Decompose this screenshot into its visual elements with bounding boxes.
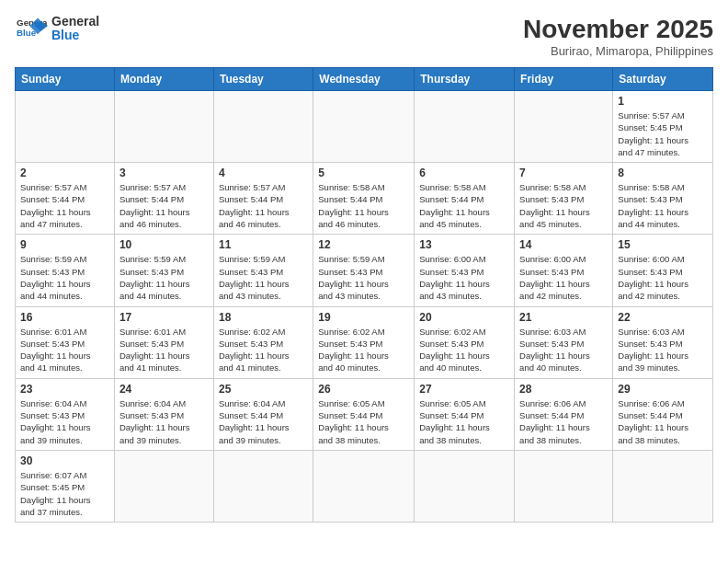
calendar-cell: 20Sunrise: 6:02 AM Sunset: 5:43 PM Dayli… bbox=[415, 306, 515, 378]
calendar-cell: 8Sunrise: 5:58 AM Sunset: 5:43 PM Daylig… bbox=[613, 163, 713, 235]
header: General Blue General Blue November 2025 … bbox=[15, 15, 713, 58]
day-info: Sunrise: 6:06 AM Sunset: 5:44 PM Dayligh… bbox=[519, 397, 608, 446]
calendar-cell: 29Sunrise: 6:06 AM Sunset: 5:44 PM Dayli… bbox=[613, 378, 713, 450]
calendar-cell: 12Sunrise: 5:59 AM Sunset: 5:43 PM Dayli… bbox=[313, 235, 415, 306]
week-row-5: 23Sunrise: 6:04 AM Sunset: 5:43 PM Dayli… bbox=[16, 378, 713, 450]
calendar-cell: 30Sunrise: 6:07 AM Sunset: 5:45 PM Dayli… bbox=[16, 450, 115, 522]
weekday-header-friday: Friday bbox=[515, 68, 613, 91]
calendar-cell: 22Sunrise: 6:03 AM Sunset: 5:43 PM Dayli… bbox=[613, 306, 713, 378]
calendar-cell: 14Sunrise: 6:00 AM Sunset: 5:43 PM Dayli… bbox=[515, 235, 613, 306]
day-info: Sunrise: 6:04 AM Sunset: 5:43 PM Dayligh… bbox=[20, 397, 109, 446]
day-info: Sunrise: 5:59 AM Sunset: 5:43 PM Dayligh… bbox=[119, 253, 209, 302]
calendar-cell: 9Sunrise: 5:59 AM Sunset: 5:43 PM Daylig… bbox=[16, 235, 115, 306]
day-info: Sunrise: 6:06 AM Sunset: 5:44 PM Dayligh… bbox=[618, 397, 708, 446]
calendar-cell: 26Sunrise: 6:05 AM Sunset: 5:44 PM Dayli… bbox=[313, 378, 415, 450]
day-info: Sunrise: 6:01 AM Sunset: 5:43 PM Dayligh… bbox=[119, 326, 209, 374]
calendar-cell: 15Sunrise: 6:00 AM Sunset: 5:43 PM Dayli… bbox=[613, 235, 713, 306]
day-number: 26 bbox=[318, 383, 409, 396]
day-info: Sunrise: 5:57 AM Sunset: 5:44 PM Dayligh… bbox=[119, 181, 209, 230]
day-number: 12 bbox=[318, 238, 409, 251]
day-number: 29 bbox=[618, 383, 708, 396]
week-row-2: 2Sunrise: 5:57 AM Sunset: 5:44 PM Daylig… bbox=[16, 163, 713, 235]
day-number: 18 bbox=[219, 311, 308, 324]
weekday-header-monday: Monday bbox=[114, 68, 213, 91]
day-info: Sunrise: 6:00 AM Sunset: 5:43 PM Dayligh… bbox=[519, 253, 608, 302]
weekday-header-wednesday: Wednesday bbox=[313, 68, 415, 91]
day-number: 1 bbox=[618, 95, 708, 108]
calendar-cell: 17Sunrise: 6:01 AM Sunset: 5:43 PM Dayli… bbox=[114, 306, 213, 378]
calendar-cell: 6Sunrise: 5:58 AM Sunset: 5:44 PM Daylig… bbox=[415, 163, 515, 235]
day-info: Sunrise: 6:02 AM Sunset: 5:43 PM Dayligh… bbox=[419, 326, 509, 374]
location-subtitle: Burirao, Mimaropa, Philippines bbox=[523, 44, 713, 58]
calendar-cell: 18Sunrise: 6:02 AM Sunset: 5:43 PM Dayli… bbox=[213, 306, 313, 378]
calendar-cell bbox=[415, 91, 515, 163]
day-info: Sunrise: 6:02 AM Sunset: 5:43 PM Dayligh… bbox=[318, 326, 409, 374]
weekday-header-saturday: Saturday bbox=[613, 68, 713, 91]
day-info: Sunrise: 5:58 AM Sunset: 5:43 PM Dayligh… bbox=[618, 181, 708, 230]
day-info: Sunrise: 5:57 AM Sunset: 5:44 PM Dayligh… bbox=[20, 181, 109, 230]
calendar-cell: 1Sunrise: 5:57 AM Sunset: 5:45 PM Daylig… bbox=[613, 91, 713, 163]
logo-general-text: General bbox=[51, 15, 99, 29]
day-info: Sunrise: 5:58 AM Sunset: 5:43 PM Dayligh… bbox=[519, 181, 608, 230]
calendar-cell: 23Sunrise: 6:04 AM Sunset: 5:43 PM Dayli… bbox=[16, 378, 115, 450]
calendar-cell bbox=[515, 91, 613, 163]
week-row-3: 9Sunrise: 5:59 AM Sunset: 5:43 PM Daylig… bbox=[16, 235, 713, 306]
calendar-cell: 27Sunrise: 6:05 AM Sunset: 5:44 PM Dayli… bbox=[415, 378, 515, 450]
day-number: 7 bbox=[519, 167, 608, 179]
logo-blue-text: Blue bbox=[51, 29, 99, 42]
weekday-header-thursday: Thursday bbox=[415, 68, 515, 91]
calendar-cell bbox=[415, 450, 515, 522]
calendar-cell: 28Sunrise: 6:06 AM Sunset: 5:44 PM Dayli… bbox=[515, 378, 613, 450]
day-info: Sunrise: 6:03 AM Sunset: 5:43 PM Dayligh… bbox=[618, 326, 708, 374]
calendar: SundayMondayTuesdayWednesdayThursdayFrid… bbox=[15, 67, 713, 523]
day-info: Sunrise: 6:03 AM Sunset: 5:43 PM Dayligh… bbox=[519, 326, 608, 374]
day-info: Sunrise: 5:57 AM Sunset: 5:44 PM Dayligh… bbox=[219, 181, 308, 230]
day-info: Sunrise: 5:59 AM Sunset: 5:43 PM Dayligh… bbox=[219, 253, 308, 302]
day-number: 23 bbox=[20, 383, 109, 396]
day-number: 6 bbox=[419, 167, 509, 179]
calendar-cell: 19Sunrise: 6:02 AM Sunset: 5:43 PM Dayli… bbox=[313, 306, 415, 378]
calendar-cell: 10Sunrise: 5:59 AM Sunset: 5:43 PM Dayli… bbox=[114, 235, 213, 306]
day-number: 19 bbox=[318, 311, 409, 324]
calendar-cell: 7Sunrise: 5:58 AM Sunset: 5:43 PM Daylig… bbox=[515, 163, 613, 235]
day-number: 8 bbox=[618, 167, 708, 179]
day-number: 4 bbox=[219, 167, 308, 179]
calendar-cell bbox=[313, 91, 415, 163]
calendar-cell: 16Sunrise: 6:01 AM Sunset: 5:43 PM Dayli… bbox=[16, 306, 115, 378]
month-title: November 2025 bbox=[523, 15, 713, 44]
day-number: 24 bbox=[119, 383, 209, 396]
day-number: 30 bbox=[20, 454, 109, 467]
day-info: Sunrise: 5:57 AM Sunset: 5:45 PM Dayligh… bbox=[618, 109, 708, 158]
day-number: 11 bbox=[219, 238, 308, 251]
day-number: 27 bbox=[419, 383, 509, 396]
calendar-cell: 21Sunrise: 6:03 AM Sunset: 5:43 PM Dayli… bbox=[515, 306, 613, 378]
calendar-cell: 13Sunrise: 6:00 AM Sunset: 5:43 PM Dayli… bbox=[415, 235, 515, 306]
day-info: Sunrise: 6:01 AM Sunset: 5:43 PM Dayligh… bbox=[20, 326, 109, 374]
day-info: Sunrise: 5:58 AM Sunset: 5:44 PM Dayligh… bbox=[318, 181, 409, 230]
logo-svg: General Blue bbox=[15, 15, 48, 42]
day-info: Sunrise: 6:00 AM Sunset: 5:43 PM Dayligh… bbox=[419, 253, 509, 302]
day-number: 2 bbox=[20, 167, 109, 179]
calendar-cell: 11Sunrise: 5:59 AM Sunset: 5:43 PM Dayli… bbox=[213, 235, 313, 306]
day-info: Sunrise: 6:00 AM Sunset: 5:43 PM Dayligh… bbox=[618, 253, 708, 302]
calendar-cell bbox=[613, 450, 713, 522]
day-number: 16 bbox=[20, 311, 109, 324]
calendar-cell: 5Sunrise: 5:58 AM Sunset: 5:44 PM Daylig… bbox=[313, 163, 415, 235]
calendar-cell: 4Sunrise: 5:57 AM Sunset: 5:44 PM Daylig… bbox=[213, 163, 313, 235]
calendar-cell bbox=[213, 91, 313, 163]
day-number: 10 bbox=[119, 238, 209, 251]
calendar-cell: 25Sunrise: 6:04 AM Sunset: 5:44 PM Dayli… bbox=[213, 378, 313, 450]
calendar-cell: 2Sunrise: 5:57 AM Sunset: 5:44 PM Daylig… bbox=[16, 163, 115, 235]
day-number: 3 bbox=[119, 167, 209, 179]
day-info: Sunrise: 6:04 AM Sunset: 5:44 PM Dayligh… bbox=[219, 397, 308, 446]
day-info: Sunrise: 6:07 AM Sunset: 5:45 PM Dayligh… bbox=[20, 469, 109, 518]
day-number: 20 bbox=[419, 311, 509, 324]
calendar-cell bbox=[213, 450, 313, 522]
day-info: Sunrise: 5:59 AM Sunset: 5:43 PM Dayligh… bbox=[20, 253, 109, 302]
day-number: 22 bbox=[618, 311, 708, 324]
weekday-header-tuesday: Tuesday bbox=[213, 68, 313, 91]
day-number: 21 bbox=[519, 311, 608, 324]
day-info: Sunrise: 6:05 AM Sunset: 5:44 PM Dayligh… bbox=[419, 397, 509, 446]
day-number: 25 bbox=[219, 383, 308, 396]
calendar-cell: 3Sunrise: 5:57 AM Sunset: 5:44 PM Daylig… bbox=[114, 163, 213, 235]
